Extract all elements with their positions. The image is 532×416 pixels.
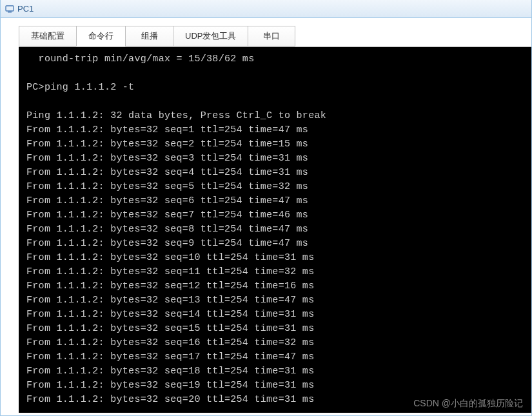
tab-2[interactable]: 组播 bbox=[125, 26, 173, 46]
window-title: PC1 bbox=[17, 4, 34, 14]
tab-1[interactable]: 命令行 bbox=[76, 26, 125, 46]
tab-3[interactable]: UDP发包工具 bbox=[173, 26, 248, 46]
tab-0[interactable]: 基础配置 bbox=[19, 26, 76, 46]
svg-rect-1 bbox=[8, 12, 12, 13]
svg-rect-0 bbox=[6, 6, 14, 11]
terminal-output[interactable]: round-trip min/avg/max = 15/38/62 ms PC>… bbox=[19, 46, 531, 413]
watermark: CSDN @小白的孤独历险记 bbox=[413, 398, 523, 410]
tab-4[interactable]: 串口 bbox=[248, 26, 295, 46]
content-area: 基础配置命令行组播UDP发包工具串口 round-trip min/avg/ma… bbox=[1, 18, 531, 413]
tabstrip: 基础配置命令行组播UDP发包工具串口 bbox=[19, 26, 531, 46]
pc-icon bbox=[5, 4, 15, 14]
titlebar[interactable]: PC1 bbox=[1, 0, 531, 18]
app-window: PC1 基础配置命令行组播UDP发包工具串口 round-trip min/av… bbox=[0, 0, 532, 416]
